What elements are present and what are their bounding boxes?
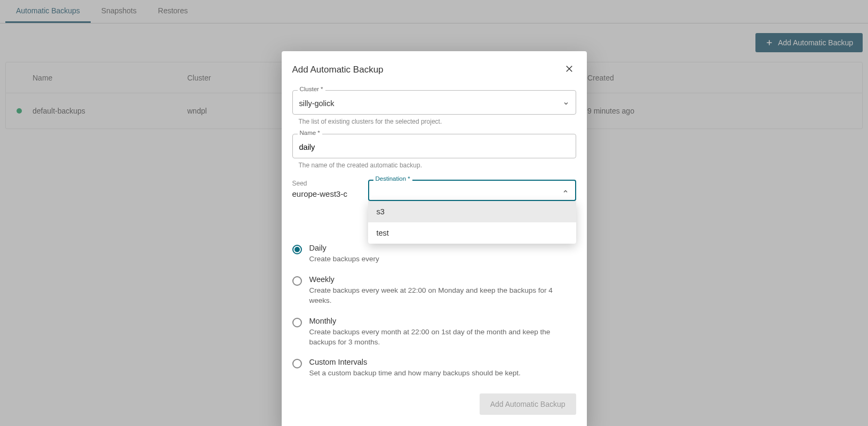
radio-button-icon xyxy=(292,318,302,327)
destination-option-s3[interactable]: s3 xyxy=(368,201,576,222)
radio-desc: Set a custom backup time and how many ba… xyxy=(309,368,521,379)
name-help: The name of the created automatic backup… xyxy=(292,158,576,169)
chevron-down-icon xyxy=(563,100,569,107)
add-backup-modal: Add Automatic Backup Cluster * silly-gol… xyxy=(282,51,587,426)
radio-weekly[interactable]: Weekly Create backups every week at 22:0… xyxy=(292,270,576,311)
radio-button-icon xyxy=(292,276,302,286)
radio-title: Custom Intervals xyxy=(309,358,521,366)
destination-select[interactable] xyxy=(368,180,576,201)
seed-value: europe-west3-c xyxy=(292,189,362,198)
cluster-help: The list of existing clusters for the se… xyxy=(292,115,576,125)
radio-title: Daily xyxy=(309,244,379,252)
schedule-radio-group: Daily Create backups every Weekly Create… xyxy=(292,238,576,384)
radio-desc: Create backups every month at 22:00 on 1… xyxy=(309,327,576,348)
radio-title: Weekly xyxy=(309,275,576,284)
radio-title: Monthly xyxy=(309,317,576,325)
radio-custom[interactable]: Custom Intervals Set a custom backup tim… xyxy=(292,352,576,384)
radio-desc: Create backups every xyxy=(309,254,379,264)
radio-button-icon xyxy=(292,245,302,254)
radio-monthly[interactable]: Monthly Create backups every month at 22… xyxy=(292,311,576,353)
submit-button[interactable]: Add Automatic Backup xyxy=(480,393,576,415)
seed-block: Seed europe-west3-c xyxy=(292,180,362,201)
radio-desc: Create backups every week at 22:00 on Mo… xyxy=(309,286,576,306)
cluster-label: Cluster * xyxy=(298,86,325,92)
cluster-select[interactable]: silly-golick xyxy=(292,90,576,115)
modal-overlay[interactable]: Add Automatic Backup Cluster * silly-gol… xyxy=(0,0,868,426)
radio-button-icon xyxy=(292,359,302,368)
close-button[interactable] xyxy=(562,62,576,77)
name-input-wrapper xyxy=(292,134,576,158)
destination-label: Destination * xyxy=(373,175,412,182)
name-label: Name * xyxy=(298,130,322,136)
destination-field: Destination * s3 test xyxy=(368,180,576,201)
seed-label: Seed xyxy=(292,180,362,187)
modal-title: Add Automatic Backup xyxy=(292,65,384,75)
chevron-up-icon xyxy=(562,188,569,195)
destination-option-test[interactable]: test xyxy=(368,222,576,244)
cluster-field: Cluster * silly-golick xyxy=(292,90,576,115)
close-icon xyxy=(564,64,574,74)
cluster-value: silly-golick xyxy=(299,99,335,108)
name-input[interactable] xyxy=(299,143,569,151)
destination-dropdown: s3 test xyxy=(368,201,576,244)
name-field: Name * xyxy=(292,134,576,158)
